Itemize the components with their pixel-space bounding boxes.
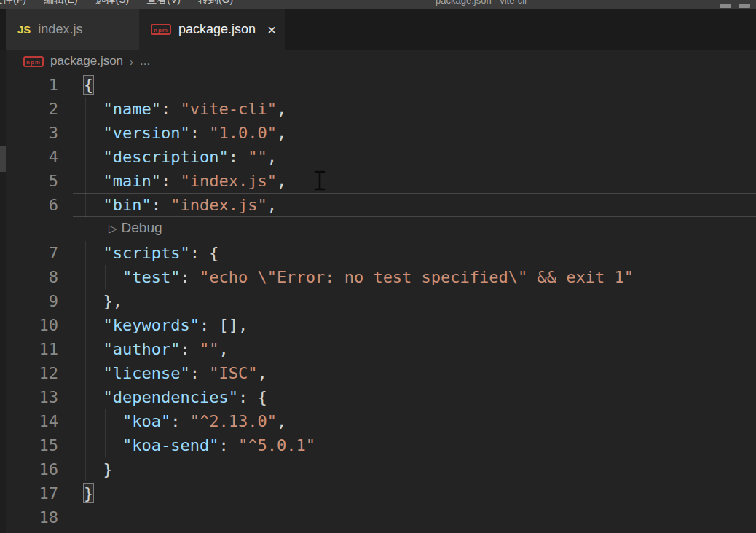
npm-icon: npm [23, 56, 44, 67]
code-line-18[interactable]: 18 [6, 505, 756, 529]
scrollbar-handle[interactable] [0, 146, 6, 172]
code-line-2[interactable]: 2 "name": "vite-cli", [6, 97, 756, 121]
npm-icon: npm [151, 24, 171, 35]
code-line-14[interactable]: 14 "koa": "^2.13.0", [6, 409, 756, 433]
code-text: { [84, 73, 93, 97]
code-text: "test": "echo \"Error: no test specified… [84, 265, 634, 289]
line-number[interactable]: 14 [6, 409, 58, 433]
line-number[interactable]: 5 [6, 169, 58, 193]
codelens-debug[interactable]: ▷Debug [109, 220, 162, 236]
line-number[interactable]: 11 [6, 337, 58, 361]
tab-bar: JSindex.jsnpmpackage.json× [0, 9, 756, 50]
code-line-8[interactable]: 8 "test": "echo \"Error: no test specifi… [6, 265, 756, 289]
chevron-right-icon: › [130, 55, 133, 68]
line-number[interactable]: 2 [6, 97, 58, 121]
code-text: "version": "1.0.0", [84, 121, 286, 145]
code-text: "main": "index.js", [84, 169, 286, 193]
title-bar: 文件(F)编辑(E)选择(S)查看(V)转到(G) package.json -… [0, 0, 756, 9]
code-line-9[interactable]: 9 }, [6, 289, 756, 313]
menu-item[interactable]: 编辑(E) [44, 0, 78, 7]
play-icon: ▷ [109, 222, 117, 234]
code-text: "name": "vite-cli", [84, 97, 286, 121]
window-title: package.json - vite-cli [436, 0, 527, 6]
window-controls-fragment[interactable] [720, 4, 750, 8]
menu-bar: 文件(F)编辑(E)选择(S)查看(V)转到(G) [0, 0, 233, 7]
code-line-11[interactable]: 11 "author": "", [6, 337, 756, 361]
line-number[interactable]: 18 [6, 505, 58, 529]
code-line-13[interactable]: 13 "dependencies": { [6, 385, 756, 409]
tab-package.json[interactable]: npmpackage.json× [139, 9, 285, 50]
code-text: "koa-send": "^5.0.1" [84, 433, 315, 457]
code-text: "koa": "^2.13.0", [84, 409, 286, 433]
line-number[interactable]: 13 [6, 385, 58, 409]
ibeam-cursor-icon [312, 170, 328, 194]
line-number[interactable]: 17 [6, 481, 58, 505]
code-text: "dependencies": { [84, 385, 267, 409]
codelens-label: Debug [122, 220, 162, 235]
code-text: "scripts": { [84, 241, 218, 265]
breadcrumb-ellipsis[interactable]: ... [140, 54, 150, 68]
menu-item[interactable]: 查看(V) [146, 0, 181, 7]
code-line-1[interactable]: 1{ [6, 73, 756, 97]
code-text: "bin": "index.js", [84, 193, 277, 217]
code-line-3[interactable]: 3 "version": "1.0.0", [6, 121, 756, 145]
line-number[interactable]: 12 [6, 361, 58, 385]
code-text: } [84, 457, 113, 481]
code-text: "license": "ISC", [84, 361, 267, 385]
breadcrumb-file[interactable]: package.json [50, 54, 123, 68]
line-number[interactable]: 9 [6, 289, 58, 313]
code-line-15[interactable]: 15 "koa-send": "^5.0.1" [6, 433, 756, 457]
menu-item[interactable]: 转到(G) [198, 0, 233, 7]
code-area[interactable]: 1{2 "name": "vite-cli",3 "version": "1.0… [6, 73, 756, 533]
code-line-12[interactable]: 12 "license": "ISC", [6, 361, 756, 385]
menu-item[interactable]: 文件(F) [0, 0, 26, 7]
code-text: "keywords": [], [84, 313, 248, 337]
line-number[interactable]: 16 [6, 457, 58, 481]
code-line-4[interactable]: 4 "description": "", [6, 145, 756, 169]
code-line-5[interactable]: 5 "main": "index.js", [6, 169, 756, 193]
left-edge-strip [0, 50, 6, 533]
line-number[interactable]: 10 [6, 313, 58, 337]
line-number[interactable]: 7 [6, 241, 58, 265]
breadcrumb[interactable]: npm package.json › ... [6, 50, 756, 73]
vscode-window: 文件(F)编辑(E)选择(S)查看(V)转到(G) package.json -… [0, 0, 756, 533]
code-line-17[interactable]: 17} [6, 481, 756, 505]
code-text: "description": "", [84, 145, 277, 169]
js-icon: JS [17, 23, 31, 36]
line-number[interactable]: 15 [6, 433, 58, 457]
line-number[interactable]: 3 [6, 121, 58, 145]
line-number[interactable]: 8 [6, 265, 58, 289]
tab-label: index.js [38, 22, 82, 37]
tab-index.js[interactable]: JSindex.js [6, 9, 139, 50]
line-number[interactable]: 6 [6, 193, 58, 217]
menu-item[interactable]: 选择(S) [95, 0, 130, 7]
tab-label: package.json [178, 22, 256, 37]
line-number[interactable]: 1 [6, 73, 58, 97]
code-text: }, [84, 289, 122, 313]
close-icon[interactable]: × [267, 22, 276, 37]
code-text: } [84, 481, 93, 505]
code-line-6[interactable]: 6 "bin": "index.js", [6, 193, 756, 217]
line-number[interactable]: 4 [6, 145, 58, 169]
code-line-16[interactable]: 16 } [6, 457, 756, 481]
code-line-10[interactable]: 10 "keywords": [], [6, 313, 756, 337]
codelens-row: ▷Debug [6, 217, 756, 241]
code-text: "author": "", [84, 337, 229, 361]
code-line-7[interactable]: 7 "scripts": { [6, 241, 756, 265]
